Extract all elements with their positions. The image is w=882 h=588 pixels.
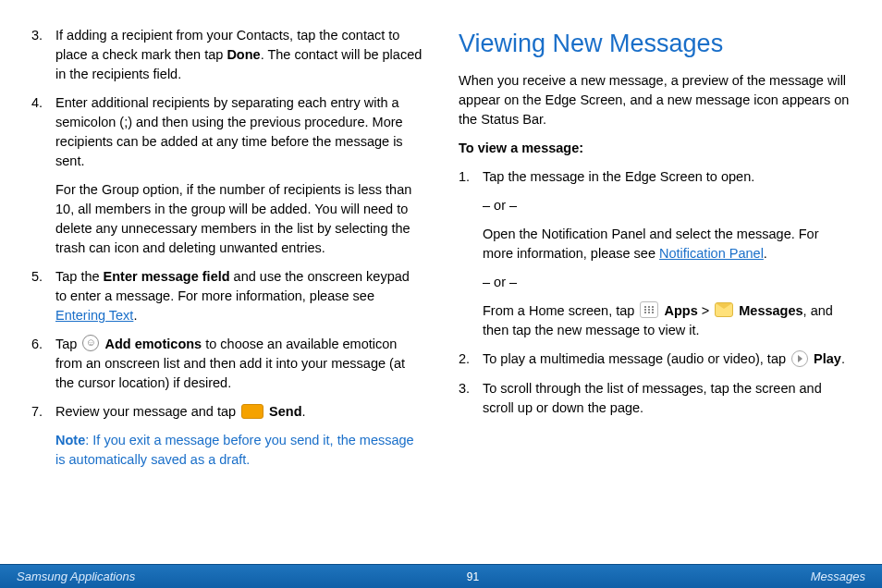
text-run: . <box>302 404 306 419</box>
list-number: 4. <box>31 93 55 258</box>
manual-page: 3.If adding a recipient from your Contac… <box>0 0 882 588</box>
two-column-layout: 3.If adding a recipient from your Contac… <box>31 26 851 551</box>
bold-text: Play <box>814 351 841 366</box>
list-number: 6. <box>31 335 55 393</box>
body-text: To scroll through the list of messages, … <box>483 379 851 418</box>
list-item: 3.If adding a recipient from your Contac… <box>31 26 423 84</box>
cross-ref-link[interactable]: Entering Text <box>55 308 133 323</box>
list-item: 6.Tap ☺ Add emoticons to choose an avail… <box>31 335 423 393</box>
right-ordered-list: 1.Tap the message in the Edge Screen to … <box>459 167 851 417</box>
list-body: To play a multimedia message (audio or v… <box>483 349 851 369</box>
text-run: For the Group option, if the number of r… <box>55 182 411 255</box>
list-body: Review your message and tap Send. <box>55 402 423 422</box>
list-item: 1.Tap the message in the Edge Screen to … <box>459 167 851 340</box>
list-body: Tap ☺ Add emoticons to choose an availab… <box>55 335 423 393</box>
section-heading: Viewing New Messages <box>459 26 851 62</box>
body-text: Tap the Enter message field and use the … <box>55 267 423 325</box>
body-text: Tap the message in the Edge Screen to op… <box>483 167 851 187</box>
list-body: To scroll through the list of messages, … <box>483 379 851 418</box>
list-item: 4.Enter additional recipients by separat… <box>31 93 423 258</box>
text-run: Tap the <box>55 269 104 284</box>
note-text: : If you exit a message before you send … <box>55 433 414 467</box>
emoticon-icon: ☺ <box>82 335 99 351</box>
page-footer: Samsung Applications 91 Messages <box>0 564 882 588</box>
text-run: . <box>133 308 137 323</box>
footer-right: Messages <box>811 570 865 583</box>
play-icon <box>791 350 808 367</box>
text-run: Tap <box>55 337 80 351</box>
text-run: Tap the message in the Edge Screen to op… <box>483 169 754 184</box>
list-body: Tap the message in the Edge Screen to op… <box>483 167 851 340</box>
left-column: 3.If adding a recipient from your Contac… <box>31 26 423 551</box>
text-run: Enter additional recipients by separatin… <box>55 95 403 168</box>
text-run: – or – <box>483 275 517 289</box>
list-body: Tap the Enter message field and use the … <box>55 267 423 325</box>
list-body: Enter additional recipients by separatin… <box>55 93 423 258</box>
bold-text: Add emoticons <box>104 337 202 351</box>
body-text: – or – <box>483 273 851 292</box>
list-item: 2.To play a multimedia message (audio or… <box>459 349 851 369</box>
list-item: 7.Review your message and tap Send. <box>31 402 423 422</box>
send-icon <box>241 404 263 419</box>
text-run: To scroll through the list of messages, … <box>483 381 822 415</box>
text-run: > <box>698 303 714 318</box>
intro-paragraph: When you receive a new message, a previe… <box>459 71 851 129</box>
footer-left: Samsung Applications <box>17 570 135 583</box>
list-body: If adding a recipient from your Contacts… <box>55 26 423 84</box>
text-run: . <box>841 351 845 366</box>
list-number: 1. <box>459 167 483 340</box>
list-item: 5.Tap the Enter message field and use th… <box>31 267 423 325</box>
apps-grid-icon <box>640 301 658 318</box>
bold-text: Enter message field <box>104 269 230 284</box>
list-number: 5. <box>31 267 55 325</box>
list-number: 2. <box>459 349 483 369</box>
sub-heading: To view a message: <box>459 139 851 158</box>
body-text: – or – <box>483 196 851 215</box>
text-run: – or – <box>483 198 517 213</box>
list-number: 3. <box>459 379 483 418</box>
body-text: From a Home screen, tap Apps > Messages,… <box>483 301 851 340</box>
text-run: From a Home screen, tap <box>483 303 638 318</box>
footer-page-number: 91 <box>135 570 811 583</box>
body-text: Review your message and tap Send. <box>55 402 423 422</box>
list-number: 7. <box>31 402 55 422</box>
bold-text: Send <box>269 404 301 419</box>
cross-ref-link[interactable]: Notification Panel <box>659 246 764 261</box>
bold-text: Done <box>227 47 260 62</box>
body-text: For the Group option, if the number of r… <box>55 180 423 258</box>
text-run: . <box>764 246 767 261</box>
left-ordered-list: 3.If adding a recipient from your Contac… <box>31 26 423 422</box>
body-text: Enter additional recipients by separatin… <box>55 93 423 171</box>
right-column: Viewing New Messages When you receive a … <box>459 26 851 551</box>
text-run: To play a multimedia message (audio or v… <box>483 351 790 366</box>
body-text: Open the Notification Panel and select t… <box>483 225 851 263</box>
text-run: Review your message and tap <box>55 404 239 419</box>
bold-text: Apps <box>664 303 697 318</box>
body-text: If adding a recipient from your Contacts… <box>55 26 423 84</box>
bold-text: Messages <box>739 303 802 318</box>
note-paragraph: Note: If you exit a message before you s… <box>55 431 423 470</box>
list-number: 3. <box>31 26 55 84</box>
body-text: To play a multimedia message (audio or v… <box>483 349 851 369</box>
messages-envelope-icon <box>715 302 733 317</box>
body-text: Tap ☺ Add emoticons to choose an availab… <box>55 335 423 393</box>
list-item: 3.To scroll through the list of messages… <box>459 379 851 418</box>
text-run: Open the Notification Panel and select t… <box>483 227 819 261</box>
note-label: Note <box>55 433 85 447</box>
